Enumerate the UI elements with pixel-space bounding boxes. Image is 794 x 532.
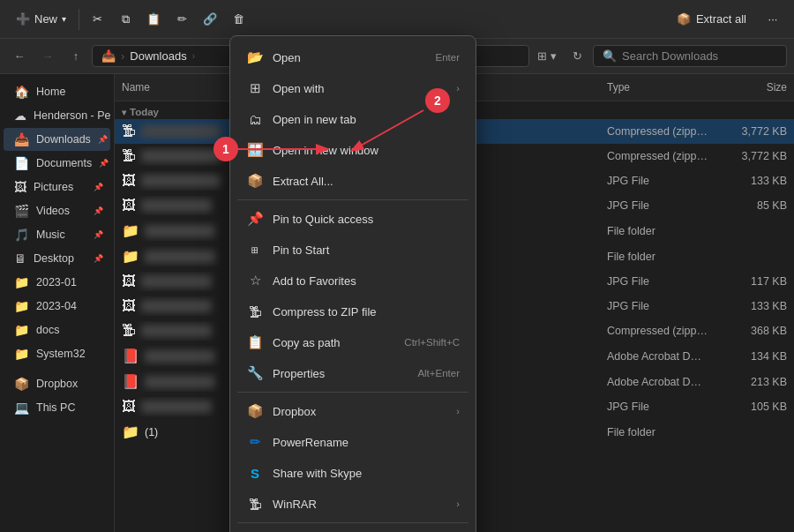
menu-item-open[interactable]: 📂 Open Enter	[234, 42, 472, 72]
menu-separator-3	[237, 522, 468, 523]
menu-shortcut: Alt+Enter	[417, 368, 460, 378]
menu-item-add-favorites[interactable]: ☆ Add to Favorites	[234, 266, 472, 296]
power-rename-icon: ✏	[246, 433, 264, 451]
menu-label: Pin to Quick access	[273, 213, 460, 226]
menu-label: Copy as path	[273, 336, 395, 349]
pin-quick-access-icon: 📌	[246, 210, 264, 228]
menu-item-open-with[interactable]: ⊞ Open with ›	[234, 73, 472, 103]
menu-item-compress-zip[interactable]: 🗜 Compress to ZIP file	[234, 296, 472, 326]
menu-label: Pin to Start	[273, 244, 460, 257]
menu-label: Open with	[273, 82, 447, 95]
menu-item-open-new-window[interactable]: 🪟 Open in new window	[234, 135, 472, 165]
menu-label: Open in new window	[273, 144, 460, 157]
compress-zip-icon: 🗜	[246, 303, 264, 320]
menu-separator-1	[237, 199, 468, 200]
menu-item-open-new-tab[interactable]: 🗂 Open in new tab	[234, 104, 472, 134]
context-menu-overlay[interactable]: 📂 Open Enter ⊞ Open with › 🗂 Open in new…	[0, 0, 794, 532]
menu-shortcut: Enter	[436, 52, 461, 63]
menu-label: Share with Skype	[273, 467, 460, 480]
menu-label: Open in new tab	[273, 113, 460, 126]
extract-icon: 📦	[246, 172, 264, 190]
open-new-tab-icon: 🗂	[246, 110, 264, 128]
open-with-icon: ⊞	[246, 79, 264, 97]
menu-label: Dropbox	[273, 405, 447, 418]
pin-start-icon: ⊞	[246, 241, 264, 259]
menu-label: Properties	[273, 367, 408, 380]
menu-separator-2	[237, 392, 468, 393]
context-menu: 📂 Open Enter ⊞ Open with › 🗂 Open in new…	[229, 35, 476, 532]
menu-shortcut: Ctrl+Shift+C	[404, 337, 460, 348]
submenu-arrow-icon: ›	[456, 83, 460, 94]
menu-item-show-more[interactable]: ⊞ Show more options	[234, 527, 472, 532]
menu-label: WinRAR	[273, 498, 447, 511]
menu-item-properties[interactable]: 🔧 Properties Alt+Enter	[234, 358, 472, 388]
skype-icon: S	[246, 464, 264, 482]
menu-item-pin-start[interactable]: ⊞ Pin to Start	[234, 235, 472, 265]
menu-label: Extract All...	[273, 175, 460, 188]
menu-item-extract-all[interactable]: 📦 Extract All...	[234, 166, 472, 196]
menu-item-winrar[interactable]: 🗜 WinRAR ›	[234, 489, 472, 519]
menu-label: Add to Favorites	[273, 274, 460, 288]
menu-item-pin-quick-access[interactable]: 📌 Pin to Quick access	[234, 204, 472, 234]
copy-path-icon: 📋	[246, 333, 264, 351]
properties-icon: 🔧	[246, 364, 264, 382]
open-new-window-icon: 🪟	[246, 141, 264, 159]
submenu-arrow-icon: ›	[456, 498, 460, 509]
menu-item-power-rename[interactable]: ✏ PowerRename	[234, 427, 472, 457]
menu-item-copy-path[interactable]: 📋 Copy as path Ctrl+Shift+C	[234, 327, 472, 357]
menu-label: Open	[273, 51, 427, 64]
menu-item-share-skype[interactable]: S Share with Skype	[234, 458, 472, 488]
menu-item-dropbox[interactable]: 📦 Dropbox ›	[234, 396, 472, 426]
menu-label: Compress to ZIP file	[273, 305, 460, 318]
menu-label: PowerRename	[273, 436, 460, 449]
add-favorites-icon: ☆	[246, 272, 264, 289]
winrar-icon: 🗜	[246, 495, 264, 513]
submenu-arrow-icon: ›	[456, 406, 460, 416]
dropbox-icon: 📦	[246, 402, 264, 420]
open-icon: 📂	[246, 49, 264, 66]
